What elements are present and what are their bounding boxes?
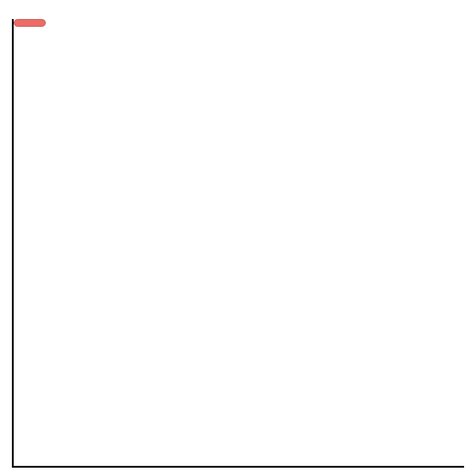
optimal-marker [14,19,46,27]
chart-container [0,0,476,476]
curve-svg [14,19,464,468]
plot-area [12,19,464,468]
